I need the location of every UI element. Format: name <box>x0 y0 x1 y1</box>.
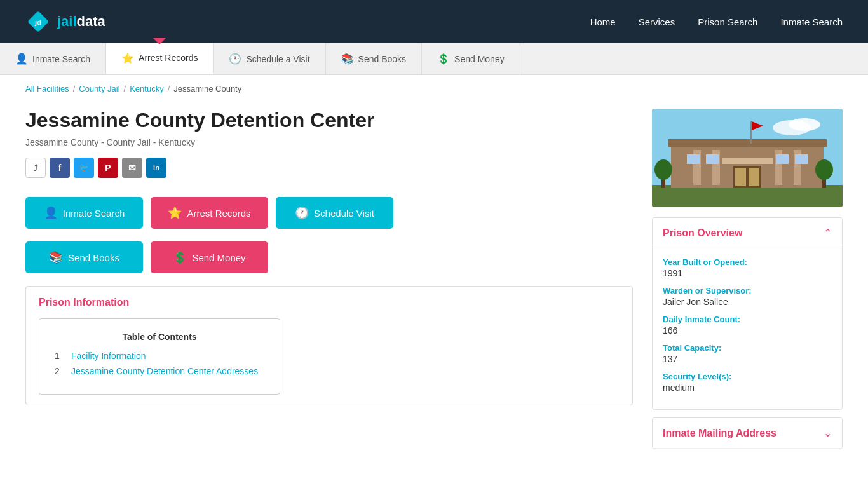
svg-rect-24 <box>750 121 752 144</box>
subnav-send-money[interactable]: 💲 Send Money <box>422 43 520 74</box>
logo-icon: jd <box>25 9 51 34</box>
breadcrumb-kentucky[interactable]: Kentucky <box>130 84 163 93</box>
overview-body: Year Built or Opened: 1991 Warden or Sup… <box>653 248 842 409</box>
facebook-icon[interactable]: f <box>50 158 70 178</box>
clock-icon: 🕐 <box>295 206 309 220</box>
social-icons: ⤴ f 🐦 P ✉ in <box>25 158 633 178</box>
clock-icon: 🕐 <box>229 53 241 65</box>
svg-rect-7 <box>668 139 827 147</box>
nav-prison-search[interactable]: Prison Search <box>698 17 757 27</box>
star-icon: ⭐ <box>168 206 182 220</box>
toc-num-1: 1 <box>55 351 65 361</box>
email-icon[interactable]: ✉ <box>122 158 142 178</box>
share-icon[interactable]: ⤴ <box>25 158 46 178</box>
svg-text:jd: jd <box>34 18 41 26</box>
table-of-contents: Table of Contents 1 Facility Information… <box>39 318 280 395</box>
nav-inmate-search[interactable]: Inmate Search <box>780 17 843 27</box>
nav-services[interactable]: Services <box>639 17 675 27</box>
right-column: Prison Overview ⌃ Year Built or Opened: … <box>652 109 843 449</box>
subnav-arrest-records[interactable]: ⭐ Arrest Records <box>106 43 214 74</box>
page-subtitle: Jessamine County - County Jail - Kentuck… <box>25 137 633 147</box>
year-built-field: Year Built or Opened: 1991 <box>663 257 832 278</box>
breadcrumb-current: Jessamine County <box>173 84 241 93</box>
book-icon: 📚 <box>49 250 63 264</box>
warden-field: Warden or Supervisor: Jailer Jon Sallee <box>663 286 832 307</box>
breadcrumb: All Facilities / County Jail / Kentucky … <box>0 75 868 102</box>
inmate-count-label: Daily Inmate Count: <box>663 315 832 324</box>
prison-info-section: Prison Information Table of Contents 1 F… <box>25 286 633 405</box>
schedule-visit-button[interactable]: 🕐 Schedule Visit <box>276 197 393 229</box>
main-content: Jessamine County Detention Center Jessam… <box>0 102 868 468</box>
warden-value: Jailer Jon Sallee <box>663 297 832 307</box>
inmate-search-button[interactable]: 👤 Inmate Search <box>25 197 143 229</box>
warden-label: Warden or Supervisor: <box>663 286 832 295</box>
inmate-mailing-card: Inmate Mailing Address ⌄ <box>652 417 843 449</box>
subnav-inmate-search[interactable]: 👤 Inmate Search <box>0 43 106 74</box>
subnav-send-books[interactable]: 📚 Send Books <box>326 43 423 74</box>
svg-rect-19 <box>722 158 773 164</box>
person-icon: 👤 <box>15 53 28 65</box>
send-books-button[interactable]: 📚 Send Books <box>25 241 143 273</box>
year-built-label: Year Built or Opened: <box>663 257 832 267</box>
prison-overview-card: Prison Overview ⌃ Year Built or Opened: … <box>652 217 843 410</box>
arrest-records-button[interactable]: ⭐ Arrest Records <box>151 197 268 229</box>
security-level-value: medium <box>663 383 832 393</box>
breadcrumb-sep-2: / <box>124 84 126 93</box>
svg-point-21 <box>654 159 672 180</box>
capacity-field: Total Capacity: 137 <box>663 343 832 364</box>
facility-building-svg <box>652 109 843 207</box>
linkedin-icon[interactable]: in <box>146 158 166 178</box>
capacity-label: Total Capacity: <box>663 343 832 353</box>
dollar-icon: 💲 <box>173 250 187 264</box>
inmate-count-value: 166 <box>663 325 832 336</box>
security-level-label: Security Level(s): <box>663 372 832 381</box>
left-column: Jessamine County Detention Center Jessam… <box>25 109 633 449</box>
breadcrumb-all-facilities[interactable]: All Facilities <box>25 84 69 93</box>
overview-title: Prison Overview <box>663 227 742 239</box>
send-money-button[interactable]: 💲 Send Money <box>151 241 268 273</box>
prison-info-title: Prison Information <box>39 297 620 308</box>
capacity-value: 137 <box>663 354 832 364</box>
overview-header: Prison Overview ⌃ <box>653 218 842 248</box>
logo-text: jaildata <box>57 13 105 30</box>
subnav-schedule-visit[interactable]: 🕐 Schedule a Visit <box>214 43 325 74</box>
action-buttons-row2: 📚 Send Books 💲 Send Money <box>25 241 633 273</box>
book-icon: 📚 <box>341 53 354 65</box>
sub-navigation: 👤 Inmate Search ⭐ Arrest Records 🕐 Sched… <box>0 43 868 75</box>
breadcrumb-county-jail[interactable]: County Jail <box>79 84 119 93</box>
toc-link-2[interactable]: Jessamine County Detention Center Addres… <box>71 366 258 376</box>
logo[interactable]: jd jaildata <box>25 9 105 34</box>
svg-rect-16 <box>706 154 719 164</box>
top-navigation: jd jaildata Home Services Prison Search … <box>0 0 868 43</box>
breadcrumb-sep-1: / <box>73 84 76 93</box>
chevron-down-icon[interactable]: ⌄ <box>824 427 832 439</box>
toc-link-1[interactable]: Facility Information <box>71 351 146 361</box>
star-icon: ⭐ <box>121 52 134 64</box>
chevron-up-icon[interactable]: ⌃ <box>824 227 832 239</box>
facility-image <box>652 109 843 207</box>
toc-title: Table of Contents <box>55 332 264 342</box>
dollar-icon: 💲 <box>437 53 450 65</box>
svg-point-23 <box>815 159 833 180</box>
top-nav-links: Home Services Prison Search Inmate Searc… <box>590 17 843 27</box>
person-icon: 👤 <box>44 206 58 220</box>
pinterest-icon[interactable]: P <box>98 158 118 178</box>
breadcrumb-sep-3: / <box>168 84 170 93</box>
security-level-field: Security Level(s): medium <box>663 372 832 393</box>
inmate-count-field: Daily Inmate Count: 166 <box>663 315 832 336</box>
nav-home[interactable]: Home <box>590 17 616 27</box>
mailing-header: Inmate Mailing Address ⌄ <box>653 418 842 449</box>
svg-rect-13 <box>735 168 746 186</box>
year-built-value: 1991 <box>663 268 832 278</box>
svg-rect-18 <box>795 154 808 164</box>
toc-item: 1 Facility Information <box>55 351 264 361</box>
svg-rect-15 <box>687 154 700 164</box>
action-buttons: 👤 Inmate Search ⭐ Arrest Records 🕐 Sched… <box>25 197 633 229</box>
twitter-icon[interactable]: 🐦 <box>74 158 94 178</box>
mailing-title: Inmate Mailing Address <box>663 428 776 439</box>
svg-point-4 <box>789 118 820 131</box>
page-title: Jessamine County Detention Center <box>25 109 633 132</box>
svg-rect-17 <box>776 154 789 164</box>
toc-num-2: 2 <box>55 366 65 376</box>
toc-item: 2 Jessamine County Detention Center Addr… <box>55 366 264 376</box>
